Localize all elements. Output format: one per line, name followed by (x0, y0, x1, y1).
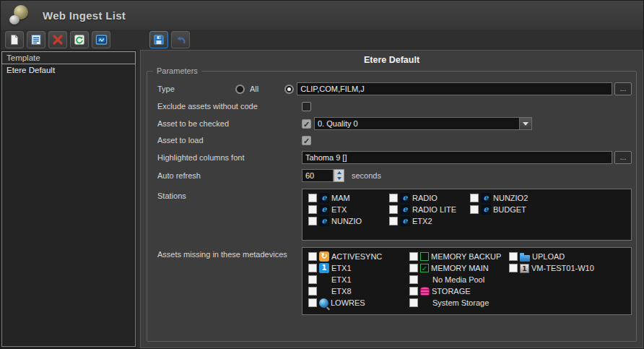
template-list-item[interactable]: Etere Default (2, 64, 135, 76)
font-browse-button[interactable]: ... (614, 151, 632, 164)
metadevices-column-2: MEMORY BACKUP MEMORY MAIN No Media Pool (409, 251, 509, 311)
metadevice-label: MEMORY MAIN (431, 264, 489, 272)
type-all-label: All (250, 85, 258, 93)
undo-button[interactable] (171, 31, 190, 48)
metadevice-checkbox[interactable] (308, 252, 317, 261)
metadevice-checkbox[interactable] (409, 252, 418, 261)
station-item: NUNZIO2 (470, 192, 528, 204)
auto-refresh-spinner[interactable] (334, 169, 344, 182)
edit-list-icon (30, 34, 42, 46)
type-all-radio[interactable] (235, 85, 245, 94)
refresh-button[interactable] (70, 31, 89, 48)
asset-checked-checkbox[interactable] (302, 119, 311, 129)
station-item: BUDGET (470, 204, 528, 215)
metadevice-label: No Media Pool (432, 275, 484, 284)
metadevice-checkbox[interactable] (308, 264, 317, 272)
auto-refresh-input[interactable] (302, 169, 334, 182)
asset-load-label: Asset to load (157, 136, 302, 145)
one-badge-icon (319, 263, 329, 273)
font-value-input[interactable] (302, 151, 612, 164)
dropdown-arrow-button[interactable] (519, 118, 531, 129)
metadevice-item: No Media Pool (409, 274, 509, 285)
station-checkbox[interactable] (470, 205, 479, 214)
station-label: ETX (331, 205, 347, 214)
blank-icon (420, 275, 430, 285)
metadevices-panel: ACTIVESYNC ETX1 ETX1 (302, 247, 632, 315)
stations-label: Stations (157, 189, 302, 200)
metadevices-column-3: UPLOAD VM-TEST01-W10 (509, 251, 594, 311)
type-browse-button[interactable]: ... (614, 82, 632, 95)
delete-button[interactable] (48, 31, 67, 48)
asset-checked-label: Asset to be checked (157, 119, 302, 128)
exclude-assets-checkbox[interactable] (302, 102, 311, 111)
window-title: Web Ingest List (43, 9, 126, 22)
station-label: MAM (331, 194, 350, 202)
selected-template-title: Etere Default (141, 55, 643, 65)
auto-refresh-row: Auto refresh seconds (157, 167, 632, 184)
template-list[interactable]: Etere Default (1, 64, 136, 347)
etere-logo-icon (481, 193, 491, 203)
etere-logo-icon (481, 204, 491, 215)
station-checkbox[interactable] (308, 205, 317, 214)
station-item: ETX2 (389, 215, 470, 227)
metadevice-checkbox[interactable] (409, 298, 418, 307)
edit-list-button[interactable] (27, 31, 45, 48)
toolbar (1, 30, 643, 50)
quality-dropdown[interactable]: 0. Quality 0 (314, 117, 532, 130)
blank-icon (319, 286, 329, 296)
metadevice-checkbox[interactable] (308, 275, 317, 284)
type-label: Type (157, 85, 235, 93)
upload-folder-icon (520, 255, 530, 262)
metadevice-checkbox[interactable] (509, 252, 518, 261)
metadevice-item: VM-TEST01-W10 (509, 262, 594, 274)
metadevice-checkbox[interactable] (409, 287, 418, 296)
station-checkbox[interactable] (308, 217, 317, 225)
green-outline-square-icon (420, 252, 429, 261)
etere-logo-icon (319, 204, 329, 215)
station-checkbox[interactable] (470, 194, 479, 202)
type-row: Type All ... (157, 80, 632, 98)
type-list-radio[interactable] (284, 85, 294, 94)
stations-column-3: NUNZIO2 BUDGET (470, 192, 528, 237)
save-button[interactable] (149, 31, 168, 48)
exclude-assets-label: Exclude assets without code (157, 102, 302, 111)
metadevice-checkbox[interactable] (509, 264, 518, 272)
asset-checked-row: Asset to be checked 0. Quality 0 (157, 115, 632, 132)
new-button[interactable] (5, 31, 24, 48)
app-window: Web Ingest List (0, 0, 644, 349)
metadevice-label: LOWRES (331, 298, 365, 307)
mouse-sphere (9, 15, 19, 25)
monitor-button[interactable] (92, 31, 110, 48)
main-panel: Etere Default Parameters Type All ... Ex… (140, 50, 643, 348)
spinner-up-icon[interactable] (334, 170, 344, 176)
chevron-down-icon (523, 122, 528, 126)
station-checkbox[interactable] (389, 194, 398, 202)
metadevice-item: MEMORY BACKUP (409, 251, 509, 262)
metadevice-label: ETX1 (331, 275, 352, 284)
stations-column-2: RADIO RADIO LITE ETX2 (389, 192, 470, 237)
metadevice-checkbox[interactable] (409, 264, 418, 272)
station-label: BUDGET (493, 205, 526, 214)
etere-logo-icon (400, 204, 410, 215)
metadevice-checkbox[interactable] (308, 287, 317, 296)
asset-load-checkbox[interactable] (302, 136, 311, 145)
metadevice-item: ETX1 (308, 274, 409, 285)
station-checkbox[interactable] (389, 205, 398, 214)
station-item: NUNZIO (308, 215, 389, 227)
station-label: RADIO (412, 194, 438, 202)
station-checkbox[interactable] (308, 194, 317, 202)
station-checkbox[interactable] (389, 217, 398, 225)
station-item: ETX (308, 204, 389, 215)
blank-icon (319, 275, 329, 285)
globe-spheres-icon (8, 4, 32, 27)
spinner-down-icon[interactable] (334, 176, 344, 181)
metadevice-label: MEMORY BACKUP (431, 252, 501, 261)
etere-logo-icon (319, 216, 329, 226)
metadevice-label: UPLOAD (532, 252, 565, 261)
type-value-input[interactable] (297, 82, 612, 95)
metadevice-checkbox[interactable] (308, 298, 317, 307)
metadevice-checkbox[interactable] (409, 275, 418, 284)
content-area: Template Etere Default Etere Default Par… (1, 50, 643, 348)
blank-icon (420, 298, 430, 308)
template-list-header: Template (1, 51, 136, 64)
